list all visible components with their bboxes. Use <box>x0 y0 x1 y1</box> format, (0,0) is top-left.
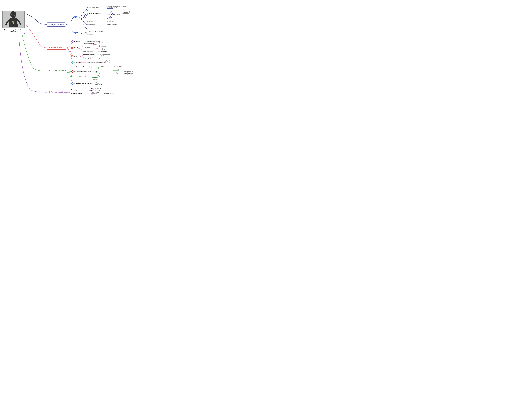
budget-node: budget constraints <box>124 72 133 74</box>
computer-projection-node: computer projection recording <box>83 57 100 59</box>
bold-imagination-node: bold imagination <box>98 50 107 52</box>
first-convergence-node: first convergence <box>101 65 110 67</box>
mind-map-container: Brainstorming Facilitation Checklist 1. … <box>0 0 133 106</box>
prep-materials-node: 2. Preparation materials <box>87 12 101 14</box>
restrictive-min-node: 2. restrictive minimization <box>97 72 111 74</box>
writing-whiteboard-node: writing on whiteboard <box>83 53 95 55</box>
phase4-box: 4. For postproduction output <box>47 90 72 94</box>
overlay-node: overlay <box>94 78 98 80</box>
central-node: Brainstorming Facilitation Checklist <box>1 11 25 34</box>
note-paper-node: (note paper) <box>107 10 113 12</box>
around-45-node: around 45 minutes <box>107 24 118 26</box>
technical-node: technical limitations <box>124 74 133 76</box>
phase2-box: 2. Dispersion Process <box>47 46 66 50</box>
advance-checklist-node: advance checklist <box>104 93 114 94</box>
participants-icon: 👥 <box>74 32 77 34</box>
delete-limited-node: delete limited <box>112 72 120 74</box>
dont-kill-node: don't kill ideas <box>98 46 106 47</box>
dont-judge-node: 2. don't judge <box>83 46 90 48</box>
mind-map-ver-node: mind map version <box>91 88 101 89</box>
differentiation-node: Differentiation <box>94 84 102 85</box>
excite-node: 1. Excite each other <box>83 43 94 44</box>
arrangement-node: 1. Arrangement of opinions <box>71 89 87 91</box>
rule-icon: ✦ <box>71 47 74 49</box>
sticky-notes-node: sticky notes <box>83 55 89 57</box>
central-image <box>2 11 25 28</box>
organizer-label: Organizer <box>77 16 83 18</box>
unique-node: unique <box>94 82 97 83</box>
svg-point-13 <box>13 21 14 23</box>
phase3-box: 3. Convergence Process <box>47 69 68 73</box>
confirm-personnel-node: 3. Confirm personnel <box>87 20 99 22</box>
operable-node: operable <box>106 62 111 64</box>
phase2-label: 2. Dispersion Process <box>49 47 64 48</box>
cross-stim-node: cross stimulation <box>98 44 107 46</box>
confirmation-node: ◉ 2. Confirmation of discussion directio… <box>71 70 97 73</box>
phase1-label: 1. Preparation phase <box>49 24 64 25</box>
control-time-node: 4. Control time <box>87 24 95 26</box>
familiar-node: familiar with the seminar topic <box>87 31 104 32</box>
phase4-label: 4. For postproduction output <box>49 91 70 93</box>
way-node: ▣ 3. Way <box>71 55 78 57</box>
share-node: ▣ 4. Share opinions and optimize <box>71 82 92 85</box>
gather-opinions-node: Gather a lot of opinions <box>87 40 100 42</box>
confirmation-icon: ◉ <box>71 70 74 73</box>
essentials-node: ✎ 4. Essentials <box>71 61 81 64</box>
6-15-node: 6~15 people <box>107 20 114 22</box>
legal-node: legal restrictions <box>124 71 133 73</box>
purpose-node: ✦ 1. Purpose <box>71 40 80 43</box>
way-icon: ▣ <box>71 55 74 57</box>
most-popular-node: most popular opinion <box>112 69 124 71</box>
free-imagination-node: 3. free imagination <box>83 50 93 52</box>
arranging-views-node: Arranging views <box>112 65 122 67</box>
text-report-node: text report version <box>91 90 101 91</box>
share-icon: ▣ <box>71 82 74 85</box>
organizer-icon: 👥 <box>74 16 77 18</box>
specify-node: 1. Specify the content <box>87 7 99 8</box>
essentials-icon: ✎ <box>71 61 74 64</box>
brain-silhouette <box>2 11 25 28</box>
stimulate-node: 3. stimulate additional ideas <box>71 76 88 78</box>
central-title: Brainstorming Facilitation Checklist <box>2 28 25 34</box>
classification-node: 1. Classification of Divergent Viewpoint… <box>71 66 95 68</box>
rule-node: ✦ 2. Rule <box>71 47 78 49</box>
significant-node: Significant <box>106 60 112 62</box>
revise-node: Revise <box>94 77 97 78</box>
replenish-node: Replenish <box>94 75 99 77</box>
seminar-landing-node: 2. Seminar landing <box>71 92 82 94</box>
choose-one-badge: Choose one <box>101 54 111 57</box>
phase3-label: 3. Convergence Process <box>49 70 66 72</box>
delayed-judgment-node: delayed judgment <box>98 48 108 50</box>
whiteboard-paper-node: (whiteboard paper) <box>107 7 117 8</box>
participants-label: Participants <box>77 32 85 34</box>
rough-node: (rough) <box>107 17 111 19</box>
phase1-box: 1. Preparation phase <box>47 22 66 27</box>
gather-ideas-node: gather ideas <box>98 42 104 44</box>
optional-badge: Optianal <box>122 11 130 14</box>
record-verb-node: Record Verb-Object Structure Words <box>86 61 106 63</box>
action-plan-node: action plan <box>91 93 97 94</box>
participants-node: 👥 Participants <box>74 32 85 34</box>
organizer-node: 👥 Organizer <box>74 16 83 18</box>
think-ahead-node: think ahead <box>87 33 94 35</box>
benefit-max-node: 1. benefit maximization <box>97 69 110 71</box>
mind-mapping-node: (Mind mapping software) <box>107 14 121 15</box>
purpose-icon: ✦ <box>71 40 74 43</box>
